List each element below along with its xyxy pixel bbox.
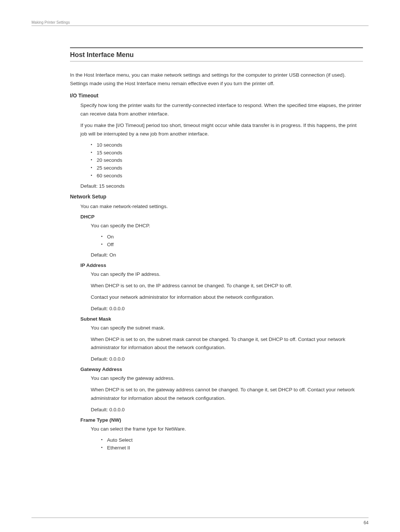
frame-type-options: Auto Select Ethernet II (101, 436, 363, 452)
section-title: Host Interface Menu (70, 51, 363, 59)
content-area: Host Interface Menu In the Host Interfac… (70, 47, 363, 452)
dhcp-desc: You can specify the DHCP. (91, 222, 363, 230)
io-timeout-desc-1: Specify how long the printer waits for t… (80, 101, 363, 118)
intro-paragraph: In the Host Interface menu, you can make… (70, 71, 363, 88)
gateway-default: Default: 0.0.0.0 (91, 406, 363, 414)
dhcp-default: Default: On (91, 251, 363, 260)
footer-rule (31, 518, 369, 518)
list-item: 25 seconds (91, 164, 363, 172)
io-timeout-default: Default: 15 seconds (80, 182, 363, 191)
page-header-breadcrumb: Making Printer Settings (31, 20, 369, 24)
ip-address-default: Default: 0.0.0.0 (91, 305, 363, 313)
io-timeout-heading: I/O Timeout (70, 93, 363, 98)
network-setup-heading: Network Setup (70, 194, 363, 200)
list-item: Off (101, 241, 363, 249)
frame-type-desc: You can select the frame type for NetWar… (91, 425, 363, 434)
gateway-address-label: Gateway Address (80, 367, 363, 372)
ip-address-desc-1: You can specify the IP address. (91, 270, 363, 279)
io-timeout-desc-2: If you make the [I/O Timeout] period too… (80, 121, 363, 138)
ip-address-desc-2: When DHCP is set to on, the IP address c… (91, 282, 363, 290)
subnet-mask-desc-1: You can specify the subnet mask. (91, 324, 363, 332)
list-item: 60 seconds (91, 172, 363, 180)
frame-type-label: Frame Type (NW) (80, 417, 363, 423)
dhcp-label: DHCP (80, 214, 363, 220)
gateway-desc-2: When DHCP is set to on, the gateway addr… (91, 386, 363, 403)
page-number: 64 (31, 520, 369, 525)
list-item: Ethernet II (101, 444, 363, 452)
page-footer: 64 (31, 518, 369, 525)
network-setup-desc: You can make network-related settings. (80, 203, 363, 211)
io-timeout-options: 10 seconds 15 seconds 20 seconds 25 seco… (91, 141, 363, 180)
dhcp-options: On Off (101, 233, 363, 249)
list-item: Auto Select (101, 436, 363, 444)
gateway-desc-1: You can specify the gateway address. (91, 374, 363, 383)
list-item: On (101, 233, 363, 241)
ip-address-label: IP Address (80, 262, 363, 268)
list-item: 20 seconds (91, 157, 363, 164)
title-rule-top (70, 47, 363, 48)
document-page: Making Printer Settings Host Interface M… (0, 0, 400, 532)
header-rule (31, 26, 369, 26)
subnet-mask-label: Subnet Mask (80, 316, 363, 322)
list-item: 15 seconds (91, 149, 363, 157)
list-item: 10 seconds (91, 141, 363, 149)
ip-address-desc-3: Contact your network administrator for i… (91, 293, 363, 302)
subnet-mask-desc-2: When DHCP is set to on, the subnet mask … (91, 335, 363, 352)
subnet-mask-default: Default: 0.0.0.0 (91, 355, 363, 364)
title-rule-bottom (70, 61, 363, 61)
